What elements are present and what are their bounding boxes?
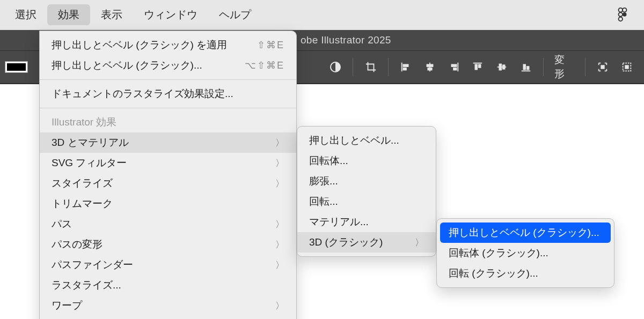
chevron-right-icon: 〉: [275, 137, 284, 149]
shortcut-label: ⌥⇧⌘E: [245, 60, 284, 71]
menu-help[interactable]: ヘルプ: [208, 4, 262, 25]
menu-section-header: Illustrator 効果: [40, 112, 296, 132]
submenu-3d-classic[interactable]: 3D (クラシック) 〉: [297, 232, 436, 253]
chevron-right-icon: 〉: [275, 157, 284, 169]
menu-item-label: 回転体...: [309, 154, 348, 168]
edit-inside-icon[interactable]: [618, 58, 635, 76]
figma-icon[interactable]: [616, 7, 629, 23]
submenu-rotate[interactable]: 回転...: [297, 191, 436, 212]
menu-convert-to-shape[interactable]: 形状に変換 〉: [40, 316, 296, 319]
chevron-right-icon: 〉: [275, 177, 284, 190]
submenu-3d-classic-items: 押し出しとベベル (クラシック)... 回転体 (クラシック)... 回転 (ク…: [436, 218, 614, 288]
chevron-right-icon: 〉: [275, 259, 284, 271]
menu-item-label: ワープ: [52, 299, 82, 313]
svg-point-0: [619, 8, 623, 11]
stroke-swatch[interactable]: [5, 62, 27, 72]
menu-separator: [40, 108, 296, 108]
svg-rect-17: [479, 64, 481, 68]
menu-item-label: パス: [52, 217, 72, 231]
svg-point-3: [623, 12, 626, 16]
svg-point-4: [619, 17, 623, 20]
menu-item-label: 押し出しとベベル (クラシック)...: [52, 58, 202, 72]
align-left-icon[interactable]: [397, 58, 415, 76]
menu-item-label: 押し出しとベベル (クラシック)...: [449, 226, 599, 240]
menu-item-label: ラスタライズ...: [52, 278, 121, 292]
svg-rect-19: [499, 64, 501, 70]
menu-distort-transform[interactable]: パスの変形 〉: [40, 234, 296, 255]
menu-window[interactable]: ウィンドウ: [133, 4, 208, 25]
menu-separator: [40, 79, 296, 80]
menu-last-effect-settings[interactable]: 押し出しとベベル (クラシック)... ⌥⇧⌘E: [40, 55, 296, 76]
submenu-extrude-bevel-classic[interactable]: 押し出しとベベル (クラシック)...: [440, 222, 611, 243]
menu-item-label: 膨張...: [309, 174, 338, 188]
menu-item-label: トリムマーク: [52, 197, 113, 211]
menu-svg-filters[interactable]: SVG フィルター 〉: [40, 153, 296, 173]
chevron-right-icon: 〉: [415, 236, 424, 249]
svg-rect-22: [523, 64, 525, 69]
macos-menubar: 選択 効果 表示 ウィンドウ ヘルプ: [0, 0, 644, 30]
crop-icon[interactable]: [362, 58, 379, 76]
menu-item-label: 回転体 (クラシック)...: [449, 246, 548, 260]
menu-item-label: マテリアル...: [309, 215, 369, 229]
menu-item-label: スタイライズ: [52, 176, 113, 190]
menu-effect[interactable]: 効果: [47, 4, 90, 25]
menu-rasterize[interactable]: ラスタライズ...: [40, 275, 296, 295]
svg-rect-13: [451, 64, 456, 66]
menu-item-label: 回転...: [309, 195, 338, 209]
svg-rect-20: [503, 65, 505, 69]
isolate-icon[interactable]: [594, 58, 612, 76]
svg-point-1: [623, 8, 626, 11]
submenu-inflate[interactable]: 膨張...: [297, 171, 436, 191]
menu-item-label: ドキュメントのラスタライズ効果設定...: [52, 87, 233, 101]
opacity-icon[interactable]: [327, 58, 345, 76]
menu-path[interactable]: パス 〉: [40, 214, 296, 234]
menu-apply-last-effect[interactable]: 押し出しとベベル (クラシック) を適用 ⇧⌘E: [40, 35, 296, 55]
svg-point-2: [619, 12, 623, 16]
svg-rect-8: [404, 68, 407, 70]
submenu-3d-materials: 押し出しとベベル... 回転体... 膨張... 回転... マテリアル... …: [297, 126, 436, 257]
submenu-materials[interactable]: マテリアル...: [297, 212, 436, 232]
menu-warp[interactable]: ワープ 〉: [40, 295, 296, 316]
svg-rect-7: [404, 64, 408, 66]
align-right-icon[interactable]: [445, 58, 463, 76]
menu-item-label: パスの変形: [52, 238, 103, 251]
effect-menu: 押し出しとベベル (クラシック) を適用 ⇧⌘E 押し出しとベベル (クラシック…: [39, 31, 297, 319]
menu-pathfinder[interactable]: パスファインダー 〉: [40, 255, 296, 275]
menu-stylize[interactable]: スタイライズ 〉: [40, 173, 296, 194]
svg-rect-26: [625, 65, 628, 69]
menu-view[interactable]: 表示: [90, 4, 133, 25]
chevron-right-icon: 〉: [275, 218, 284, 231]
align-hcenter-icon[interactable]: [421, 58, 439, 76]
chevron-right-icon: 〉: [275, 239, 284, 251]
menu-item-label: 押し出しとベベル...: [309, 133, 399, 147]
menu-item-label: パスファインダー: [52, 258, 133, 272]
align-vcenter-icon[interactable]: [493, 58, 511, 76]
menu-select[interactable]: 選択: [4, 4, 47, 25]
svg-rect-23: [527, 66, 529, 69]
menu-item-label: 押し出しとベベル (クラシック) を適用: [52, 38, 227, 52]
submenu-revolve-classic[interactable]: 回転体 (クラシック)...: [437, 243, 614, 263]
svg-rect-16: [475, 64, 478, 69]
menu-item-label: SVG フィルター: [52, 156, 127, 170]
align-bottom-icon[interactable]: [517, 58, 535, 76]
submenu-extrude-bevel[interactable]: 押し出しとベベル...: [297, 130, 436, 151]
svg-rect-10: [427, 64, 433, 66]
menu-3d-materials[interactable]: 3D とマテリアル 〉: [40, 132, 296, 153]
menu-item-label: 3D とマテリアル: [52, 136, 129, 150]
menu-item-label: 回転 (クラシック)...: [449, 266, 538, 280]
menu-item-label: 3D (クラシック): [309, 235, 383, 249]
svg-rect-14: [453, 68, 457, 70]
align-top-icon[interactable]: [469, 58, 487, 76]
chevron-right-icon: 〉: [275, 300, 284, 312]
transform-label[interactable]: 変形: [549, 53, 580, 81]
shortcut-label: ⇧⌘E: [257, 39, 284, 51]
submenu-revolve[interactable]: 回転体...: [297, 151, 436, 171]
menu-doc-rasterize-settings[interactable]: ドキュメントのラスタライズ効果設定...: [40, 84, 296, 104]
svg-rect-24: [601, 65, 604, 69]
menu-trim-marks[interactable]: トリムマーク: [40, 194, 296, 214]
app-title: obe Illustrator 2025: [301, 34, 391, 46]
submenu-rotate-classic[interactable]: 回転 (クラシック)...: [437, 263, 614, 284]
svg-rect-11: [428, 68, 431, 70]
